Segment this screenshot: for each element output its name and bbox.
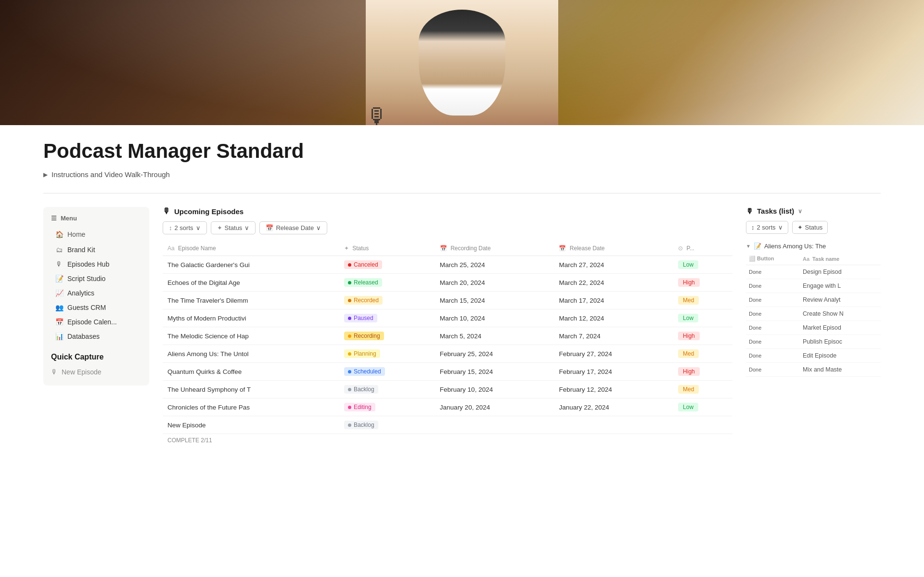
episode-status-cell: Planning <box>339 345 435 363</box>
table-row[interactable]: Aliens Among Us: The Untol Planning Febr… <box>163 345 732 363</box>
col-icon-priority: ⊙ <box>678 245 683 252</box>
task-name-cell: Design Episod <box>800 265 881 279</box>
episode-recording-date-cell: January 20, 2024 <box>435 398 554 416</box>
task-name-cell: Review Analyt <box>800 293 881 307</box>
table-row[interactable]: The Unheard Symphony of T Backlog Februa… <box>163 381 732 398</box>
col-header-release-date: 📅 Release Date <box>554 241 673 256</box>
table-row[interactable]: Chronicles of the Future Pas Editing Jan… <box>163 398 732 416</box>
task-status-cell: Done <box>746 307 800 321</box>
episode-recording-date-cell: February 15, 2024 <box>435 363 554 381</box>
episode-release-date-cell <box>554 416 673 434</box>
episodes-table: Aa Episode Name ✦ Status 📅 Recording Dat… <box>163 241 732 434</box>
sidebar-item-episode-calendar[interactable]: 📅 Episode Calen... <box>51 315 141 329</box>
episode-name-cell: The Unheard Symphony of T <box>163 381 339 398</box>
episode-name-cell: Echoes of the Digital Age <box>163 274 339 292</box>
episode-release-date-cell: February 27, 2024 <box>554 345 673 363</box>
release-date-icon: 📅 <box>266 224 273 231</box>
tasks-button-icon: ⬜ <box>749 256 756 261</box>
task-name-cell: Edit Episode <box>800 349 881 363</box>
tasks-panel: 🎙 Tasks (list) ∨ ↕ 2 sorts ∨ ✦ Status ▼ … <box>746 207 881 377</box>
complete-bar: COMPLETE 2/11 <box>163 434 732 447</box>
task-row[interactable]: Done Create Show N <box>746 307 881 321</box>
episode-calendar-icon: 📅 <box>55 318 64 326</box>
tasks-header: 🎙 Tasks (list) ∨ <box>746 207 881 215</box>
task-row[interactable]: Done Mix and Maste <box>746 363 881 377</box>
episode-recording-date-cell: March 10, 2024 <box>435 309 554 327</box>
episode-priority-cell <box>673 416 732 434</box>
episode-status-cell: Recorded <box>339 292 435 309</box>
sidebar-item-episodes-hub[interactable]: 🎙 Episodes Hub <box>51 257 141 271</box>
table-row[interactable]: Quantum Quirks & Coffee Scheduled Februa… <box>163 363 732 381</box>
episode-status-cell: Paused <box>339 309 435 327</box>
tasks-header-row: ⬜ Button Aa Task name <box>746 253 881 265</box>
release-date-filter-button[interactable]: 📅 Release Date ∨ <box>259 221 327 234</box>
tasks-name-icon: Aa <box>803 256 809 262</box>
sidebar-menu-title: ☰ Menu <box>51 215 141 222</box>
sidebar-item-guests-crm[interactable]: 👥 Guests CRM <box>51 301 141 314</box>
sorts-filter-button[interactable]: ↕ 2 sorts ∨ <box>163 221 207 234</box>
sidebar-item-script-studio[interactable]: 📝 Script Studio <box>51 272 141 285</box>
task-status-cell: Done <box>746 279 800 293</box>
tasks-sorts-chevron: ∨ <box>778 224 783 231</box>
episode-status-cell: Canceled <box>339 256 435 274</box>
table-row[interactable]: Echoes of the Digital Age Released March… <box>163 274 732 292</box>
episode-priority-cell: Low <box>673 256 732 274</box>
task-row[interactable]: Done Engage with L <box>746 279 881 293</box>
instructions-row[interactable]: ▶ Instructions and Video Walk-Through <box>43 170 881 179</box>
sorts-chevron-icon: ∨ <box>196 224 201 231</box>
episode-recording-date-cell: February 25, 2024 <box>435 345 554 363</box>
episode-release-date-cell: March 22, 2024 <box>554 274 673 292</box>
task-name-cell: Engage with L <box>800 279 881 293</box>
episode-recording-date-cell: March 20, 2024 <box>435 274 554 292</box>
task-status-cell: Done <box>746 265 800 279</box>
episode-status-cell: Recording <box>339 327 435 345</box>
table-row[interactable]: New Episode Backlog <box>163 416 732 434</box>
episode-release-date-cell: February 12, 2024 <box>554 381 673 398</box>
task-name-cell: Create Show N <box>800 307 881 321</box>
task-row[interactable]: Done Review Analyt <box>746 293 881 307</box>
task-name-cell: Mix and Maste <box>800 363 881 377</box>
col-header-priority: ⊙ P... <box>673 241 732 256</box>
episode-priority-cell: Med <box>673 345 732 363</box>
task-row[interactable]: Done Edit Episode <box>746 349 881 363</box>
tasks-sorts-button[interactable]: ↕ 2 sorts ∨ <box>746 221 788 234</box>
task-status-cell: Done <box>746 321 800 335</box>
status-filter-button[interactable]: ✦ Status ∨ <box>211 221 256 234</box>
sidebar-item-analytics[interactable]: 📈 Analytics <box>51 286 141 300</box>
quick-capture-title: Quick Capture <box>51 353 141 361</box>
tasks-col-button: ⬜ Button <box>746 253 800 265</box>
episode-release-date-cell: March 17, 2024 <box>554 292 673 309</box>
task-group-header[interactable]: ▼ 📝 Aliens Among Us: The <box>746 240 881 253</box>
episode-release-date-cell: March 7, 2024 <box>554 327 673 345</box>
analytics-icon: 📈 <box>55 289 64 297</box>
tasks-chevron-icon: ∨ <box>798 208 802 215</box>
table-header-row: Aa Episode Name ✦ Status 📅 Recording Dat… <box>163 241 732 256</box>
col-icon-name: Aa <box>167 245 175 252</box>
hero-person-image <box>366 0 558 125</box>
episode-release-date-cell: January 22, 2024 <box>554 398 673 416</box>
table-row[interactable]: The Time Traveler's Dilemm Recorded Marc… <box>163 292 732 309</box>
episode-priority-cell: High <box>673 274 732 292</box>
task-row[interactable]: Done Market Episod <box>746 321 881 335</box>
episode-release-date-cell: March 27, 2024 <box>554 256 673 274</box>
table-row[interactable]: Myths of Modern Productivi Paused March … <box>163 309 732 327</box>
release-date-chevron-icon: ∨ <box>316 224 321 231</box>
tasks-status-button[interactable]: ✦ Status <box>792 221 828 234</box>
sidebar-item-home[interactable]: 🏠 Home <box>51 228 141 241</box>
new-episode-button[interactable]: 🎙 New Episode <box>51 366 141 378</box>
sidebar-item-databases[interactable]: 📊 Databases <box>51 330 141 343</box>
episode-status-cell: Backlog <box>339 416 435 434</box>
episode-priority-cell: Low <box>673 398 732 416</box>
episodes-section-icon: 🎙 <box>163 207 170 216</box>
sidebar-item-brand-kit[interactable]: 🗂 Brand Kit <box>51 243 141 256</box>
task-row[interactable]: Done Design Episod <box>746 265 881 279</box>
episode-name-cell: The Melodic Science of Hap <box>163 327 339 345</box>
episodes-filter-bar: ↕ 2 sorts ∨ ✦ Status ∨ 📅 Release Date ∨ <box>163 221 732 234</box>
status-chevron-icon: ∨ <box>244 224 249 231</box>
table-row[interactable]: The Melodic Science of Hap Recording Mar… <box>163 327 732 345</box>
task-row[interactable]: Done Publish Episoc <box>746 335 881 349</box>
episode-name-cell: Quantum Quirks & Coffee <box>163 363 339 381</box>
guests-crm-icon: 👥 <box>55 304 64 311</box>
table-row[interactable]: The Galactic Gardener's Gui Canceled Mar… <box>163 256 732 274</box>
episode-status-cell: Released <box>339 274 435 292</box>
